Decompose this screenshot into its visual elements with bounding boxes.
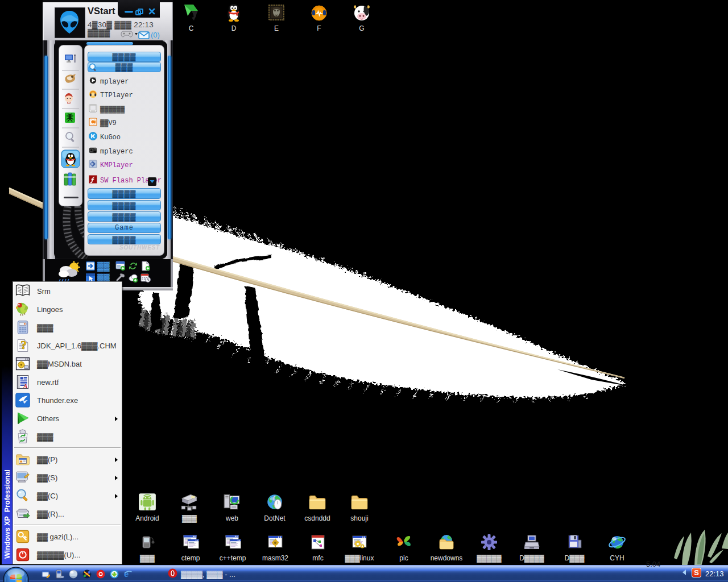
svg-text:?: ? [21,338,27,352]
svg-text:A: A [23,383,28,389]
